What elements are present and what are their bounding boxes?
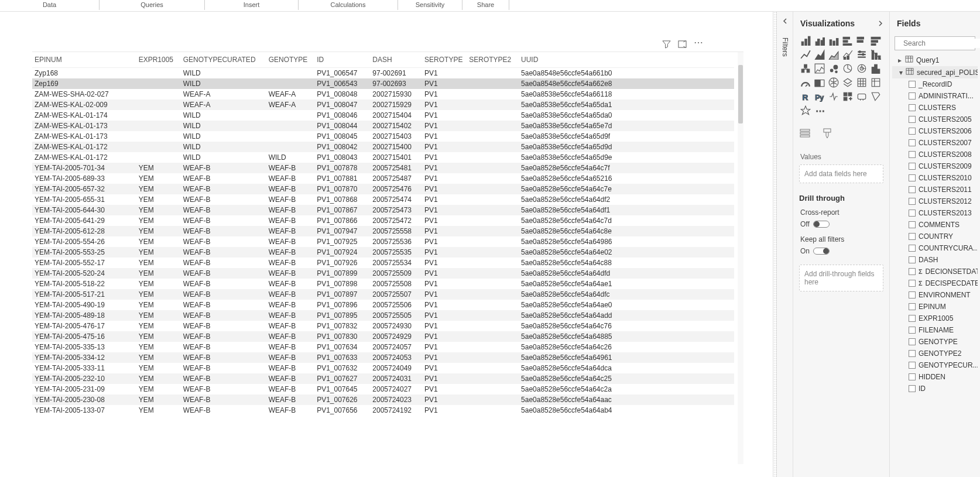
field-checkbox[interactable]: [909, 245, 916, 252]
table-row[interactable]: YEM-TAI-2005-701-34YEMWEAF-BWEAF-BPV1_00…: [32, 163, 734, 173]
table-row[interactable]: YEM-TAI-2005-655-31YEMWEAF-BWEAF-BPV1_00…: [32, 194, 734, 205]
table-row[interactable]: YEM-TAI-2005-333-11YEMWEAF-BWEAF-BPV1_00…: [32, 363, 734, 373]
field-checkbox[interactable]: [909, 139, 916, 146]
column-header[interactable]: GENOTYPECURATED: [181, 52, 266, 68]
field-checkbox[interactable]: [909, 291, 916, 298]
field-item[interactable]: COMMENTS: [892, 219, 978, 231]
fields-search-input[interactable]: [902, 39, 980, 48]
viz-type-icon[interactable]: [869, 34, 882, 47]
table-row[interactable]: YEM-TAI-2005-520-24YEMWEAF-BWEAF-BPV1_00…: [32, 268, 734, 279]
table-row[interactable]: YEM-TAI-2005-518-22YEMWEAF-BWEAF-BPV1_00…: [32, 279, 734, 289]
field-item[interactable]: HIDDEN: [892, 371, 978, 383]
viz-type-icon[interactable]: [855, 48, 868, 61]
table-row[interactable]: YEM-TAI-2005-475-16YEMWEAF-BWEAF-BPV1_00…: [32, 331, 734, 342]
viz-type-icon[interactable]: [869, 76, 882, 89]
field-item[interactable]: GENOTYPECUR...: [892, 359, 978, 371]
column-header[interactable]: EXPR1005: [136, 52, 181, 68]
table-row[interactable]: ZAM-WES-KAL-01-173WILDPV1_00804420027154…: [32, 121, 734, 131]
report-canvas[interactable]: ⋯ EPINUMEXPR1005GENOTYPECURATEDGENOTYPEI…: [0, 12, 773, 477]
table-row[interactable]: YEM-TAI-2005-517-21YEMWEAF-BWEAF-BPV1_00…: [32, 289, 734, 300]
field-item[interactable]: GENOTYPE: [892, 336, 978, 348]
field-item[interactable]: CLUSTERS: [892, 102, 978, 114]
viz-type-icon[interactable]: [827, 90, 840, 103]
table-row[interactable]: Zep169WILDPV1_00654397-002693PV15ae0a854…: [32, 78, 734, 89]
table-row[interactable]: YEM-TAI-2005-553-25YEMWEAF-BWEAF-BPV1_00…: [32, 247, 734, 258]
field-checkbox[interactable]: [909, 268, 916, 275]
table-row[interactable]: YEM-TAI-2005-133-07YEMWEAF-BWEAF-BPV1_00…: [32, 405, 734, 416]
viz-type-icon[interactable]: [813, 76, 826, 89]
field-checkbox[interactable]: [909, 92, 916, 99]
field-item[interactable]: CLUSTERS2013: [892, 207, 978, 219]
field-item[interactable]: _RecordID: [892, 78, 978, 90]
viz-type-icon[interactable]: [827, 62, 840, 75]
viz-type-icon[interactable]: [841, 76, 854, 89]
field-checkbox[interactable]: [909, 385, 916, 392]
table-row[interactable]: ZAM-WES-KAL-01-172WILDWILDPV1_0080432002…: [32, 152, 734, 163]
viz-type-icon[interactable]: [799, 48, 812, 61]
viz-type-icon[interactable]: +: [841, 90, 854, 103]
viz-type-icon[interactable]: [855, 34, 868, 47]
field-checkbox[interactable]: [909, 210, 916, 217]
chevron-right-icon[interactable]: [878, 19, 883, 28]
viz-type-icon[interactable]: [813, 48, 826, 61]
field-item[interactable]: EPINUM: [892, 301, 978, 313]
table-row[interactable]: Zyp168WILDPV1_00654797-002691PV15ae0a854…: [32, 68, 734, 79]
field-checkbox[interactable]: [909, 116, 916, 123]
field-checkbox[interactable]: [909, 128, 916, 135]
fields-search[interactable]: [895, 36, 975, 50]
table-row[interactable]: ZAM-WES-KAL-01-174WILDPV1_00804620027154…: [32, 110, 734, 121]
viz-type-icon[interactable]: [841, 62, 854, 75]
column-header[interactable]: ID: [314, 52, 370, 68]
field-item[interactable]: CLUSTERS2005: [892, 114, 978, 125]
field-checkbox[interactable]: [909, 327, 916, 334]
field-checkbox[interactable]: [909, 233, 916, 240]
viz-type-icon[interactable]: [841, 34, 854, 47]
column-header[interactable]: GENOTYPE: [266, 52, 314, 68]
viz-type-icon[interactable]: [799, 62, 812, 75]
table-row[interactable]: YEM-TAI-2005-689-33YEMWEAF-BWEAF-BPV1_00…: [32, 173, 734, 184]
viz-type-icon[interactable]: [813, 62, 826, 75]
field-item[interactable]: ΣDECIONSETDATE: [892, 266, 978, 277]
table-row[interactable]: ZAM-WES-KAL-02-009WEAF-AWEAF-APV1_008047…: [32, 99, 734, 110]
viz-type-icon[interactable]: [841, 48, 854, 61]
column-header[interactable]: SEROTYPE: [422, 52, 467, 68]
field-checkbox[interactable]: [909, 81, 916, 88]
viz-type-icon[interactable]: [813, 34, 826, 47]
viz-type-icon[interactable]: [827, 34, 840, 47]
field-checkbox[interactable]: [909, 315, 916, 322]
field-checkbox[interactable]: [909, 303, 916, 310]
field-item[interactable]: DASH: [892, 254, 978, 266]
viz-type-icon[interactable]: [799, 34, 812, 47]
table-row[interactable]: ZAM-WES-KAL-01-173WILDPV1_00804520027154…: [32, 131, 734, 142]
table-row[interactable]: YEM-TAI-2005-335-13YEMWEAF-BWEAF-BPV1_00…: [32, 342, 734, 352]
field-item[interactable]: CLUSTERS2008: [892, 149, 978, 160]
table-visual[interactable]: EPINUMEXPR1005GENOTYPECURATEDGENOTYPEIDD…: [32, 52, 743, 464]
viz-type-icon[interactable]: [869, 90, 882, 103]
table-row[interactable]: YEM-TAI-2005-657-32YEMWEAF-BWEAF-BPV1_00…: [32, 184, 734, 194]
field-checkbox[interactable]: [909, 350, 916, 357]
field-checkbox[interactable]: [909, 338, 916, 345]
field-item[interactable]: CLUSTERS2006: [892, 125, 978, 137]
focus-mode-icon[interactable]: [678, 40, 687, 49]
field-checkbox[interactable]: [909, 280, 916, 287]
field-item[interactable]: FILENAME: [892, 324, 978, 336]
table-row[interactable]: YEM-TAI-2005-644-30YEMWEAF-BWEAF-BPV1_00…: [32, 205, 734, 215]
fields-well-icon[interactable]: [799, 128, 811, 141]
column-header[interactable]: SEROTYPE2: [467, 52, 519, 68]
ribbon-group-insert[interactable]: Insert: [205, 0, 299, 10]
values-field-well[interactable]: Add data fields here: [799, 164, 883, 183]
ribbon-group-calculations[interactable]: Calculations: [299, 0, 398, 10]
table-row[interactable]: YEM-TAI-2005-476-17YEMWEAF-BWEAF-BPV1_00…: [32, 321, 734, 331]
table-row[interactable]: YEM-TAI-2005-490-19YEMWEAF-BWEAF-BPV1_00…: [32, 300, 734, 310]
table-row[interactable]: YEM-TAI-2005-231-09YEMWEAF-BWEAF-BPV1_00…: [32, 384, 734, 394]
field-item[interactable]: COUNTRYCURA...: [892, 242, 978, 254]
field-item[interactable]: CLUSTERS2007: [892, 137, 978, 149]
table-row[interactable]: YEM-TAI-2005-612-28YEMWEAF-BWEAF-BPV1_00…: [32, 226, 734, 236]
fields-table[interactable]: ▾secured_api_POLIS: [892, 66, 978, 78]
field-checkbox[interactable]: [909, 163, 916, 170]
table-row[interactable]: YEM-TAI-2005-641-29YEMWEAF-BWEAF-BPV1_00…: [32, 215, 734, 226]
viz-type-icon[interactable]: [855, 90, 868, 103]
field-checkbox[interactable]: [909, 174, 916, 181]
drill-through-well[interactable]: Add drill-through fields here: [799, 265, 883, 291]
field-item[interactable]: EXPR1005: [892, 313, 978, 324]
